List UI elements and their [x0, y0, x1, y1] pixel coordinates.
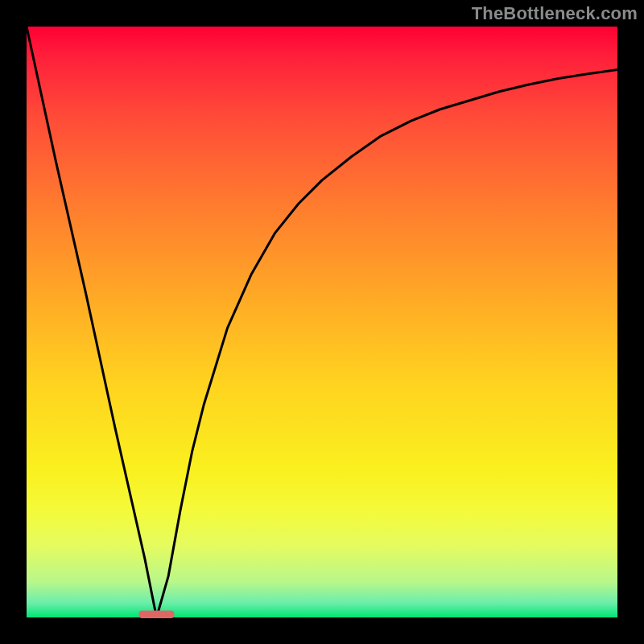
- chart-container: TheBottleneck.com: [0, 0, 644, 644]
- bottleneck-chart: [0, 0, 644, 644]
- optimum-marker: [138, 611, 174, 619]
- plot-background: [27, 27, 617, 617]
- attribution-label: TheBottleneck.com: [472, 3, 638, 24]
